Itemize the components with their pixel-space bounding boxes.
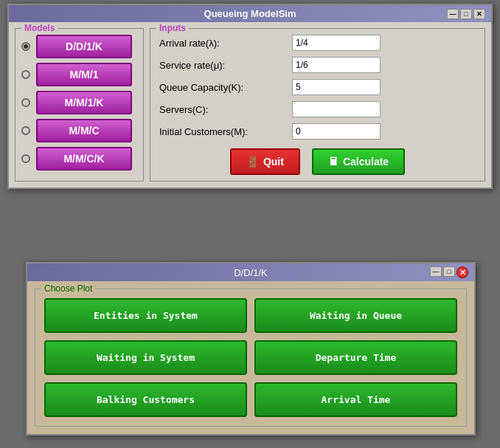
model-radio-1[interactable]: [21, 70, 30, 79]
plot-btn-balking-customers[interactable]: Balking Customers: [44, 382, 247, 417]
arrival-rate-label: Arrival rate(λ):: [159, 38, 292, 49]
service-rate-label: Service rate(μ):: [159, 60, 292, 71]
sub-window-title: D/D/1/K: [72, 267, 430, 278]
main-title-bar: Queueing ModelSim — □ ✕: [9, 5, 491, 22]
sub-maximize-button[interactable]: □: [443, 266, 455, 277]
servers-input[interactable]: [292, 101, 381, 117]
choose-plot-legend: Choose Plot: [41, 283, 95, 294]
sub-minimize-button[interactable]: —: [430, 266, 442, 277]
model-button-4[interactable]: M/M/C/K: [36, 147, 132, 170]
sub-window: D/D/1/K — □ ✕ Choose Plot Entities in Sy…: [26, 262, 476, 435]
close-button[interactable]: ✕: [473, 9, 485, 19]
plot-btn-entities-in-system[interactable]: Entities in System: [44, 298, 247, 333]
calculate-label: Calculate: [343, 156, 389, 168]
models-legend: Models: [21, 23, 58, 33]
sub-window-content: Choose Plot Entities in System Waiting i…: [27, 281, 474, 434]
model-radio-2[interactable]: [21, 98, 30, 107]
maximize-button[interactable]: □: [460, 9, 472, 19]
queue-capacity-input[interactable]: [292, 79, 381, 95]
model-radio-3[interactable]: [21, 126, 30, 135]
quit-button[interactable]: 🚪 Quit: [230, 148, 300, 175]
input-row-3: Servers(C):: [159, 101, 476, 117]
model-item-4: M/M/C/K: [21, 147, 137, 170]
model-button-2[interactable]: M/M/1/K: [36, 91, 132, 114]
calculate-button[interactable]: 🖩 Calculate: [312, 148, 405, 175]
model-item-3: M/M/C: [21, 119, 137, 142]
inputs-panel: Inputs Arrival rate(λ): Service rate(μ):…: [150, 28, 485, 182]
service-rate-input[interactable]: [292, 57, 381, 73]
models-panel: Models D/D/1/K M/M/1 M/M/1/K M/M/C M/M/C…: [15, 28, 144, 182]
arrival-rate-input[interactable]: [292, 35, 381, 51]
sub-window-controls: — □ ✕: [430, 266, 468, 278]
queue-capacity-label: Queue Capacity(K):: [159, 82, 292, 93]
model-radio-4[interactable]: [21, 154, 30, 163]
calculate-icon: 🖩: [328, 156, 338, 168]
plot-btn-waiting-in-system[interactable]: Waiting in System: [44, 340, 247, 375]
plot-grid: Entities in System Waiting in Queue Wait…: [44, 298, 457, 417]
model-item-1: M/M/1: [21, 63, 137, 86]
plot-btn-departure-time[interactable]: Departure Time: [254, 340, 457, 375]
plot-btn-waiting-in-queue[interactable]: Waiting in Queue: [254, 298, 457, 333]
sub-title-bar: D/D/1/K — □ ✕: [27, 263, 474, 281]
plot-btn-arrival-time[interactable]: Arrival Time: [254, 382, 457, 417]
choose-plot-panel: Choose Plot Entities in System Waiting i…: [35, 289, 467, 427]
minimize-button[interactable]: —: [447, 9, 459, 19]
sub-close-button[interactable]: ✕: [456, 266, 468, 278]
model-item-2: M/M/1/K: [21, 91, 137, 114]
model-item-0: D/D/1/K: [21, 35, 137, 58]
quit-label: Quit: [263, 156, 284, 168]
input-row-1: Service rate(μ):: [159, 57, 476, 73]
model-button-3[interactable]: M/M/C: [36, 119, 132, 142]
input-row-4: Initial Customers(M):: [159, 123, 476, 139]
model-button-1[interactable]: M/M/1: [36, 63, 132, 86]
initial-customers-label: Initial Customers(M):: [159, 126, 292, 137]
model-radio-0[interactable]: [21, 42, 30, 51]
inputs-legend: Inputs: [156, 23, 189, 33]
model-button-0[interactable]: D/D/1/K: [36, 35, 132, 58]
main-window-controls: — □ ✕: [447, 9, 485, 19]
input-row-0: Arrival rate(λ):: [159, 35, 476, 51]
main-content: Models D/D/1/K M/M/1 M/M/1/K M/M/C M/M/C…: [9, 22, 491, 187]
servers-label: Servers(C):: [159, 104, 292, 115]
action-buttons: 🚪 Quit 🖩 Calculate: [159, 148, 476, 175]
initial-customers-input[interactable]: [292, 123, 381, 139]
main-window-title: Queueing ModelSim: [53, 8, 447, 19]
quit-icon: 🚪: [246, 156, 259, 168]
input-row-2: Queue Capacity(K):: [159, 79, 476, 95]
main-window: Queueing ModelSim — □ ✕ Models D/D/1/K M…: [7, 4, 493, 189]
